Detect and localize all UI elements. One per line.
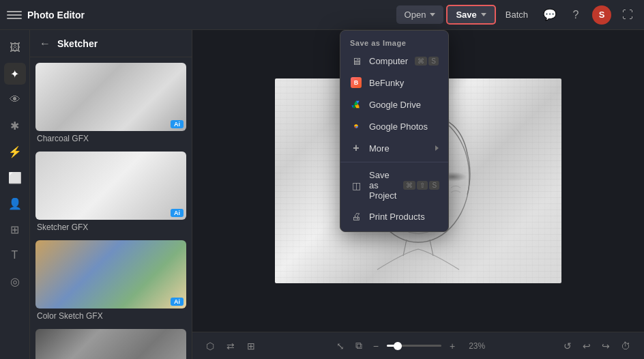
image-tool-button[interactable]: 🖼 [4,37,26,59]
text-tool-button[interactable]: T [4,244,26,266]
topbar-left: Photo Editor [7,8,391,23]
sketcher-thumbnail: Ai [35,152,186,220]
charcoal-label: Charcoal GFX [35,134,186,143]
people-tool-button[interactable]: 👤 [4,192,26,214]
back-button[interactable]: ← [38,36,52,51]
befunky-label: BeFunky [369,78,439,88]
main-area: 🖼 ✦ 👁 ✱ ⚡ ⬜ 👤 ⊞ T ◎ ← Sketcher Ai Charco… [0,30,644,359]
befunky-icon: B [350,76,362,89]
print-products-label: Print Products [369,212,439,222]
panel-header: ← Sketcher [30,30,192,57]
zoom-label: 23% [463,341,485,351]
open-chevron-icon [430,13,435,16]
zoom-out-icon[interactable]: − [370,338,381,354]
dropdown-divider [340,162,448,162]
undo-icon[interactable]: ↩ [580,338,594,354]
overlay-tool-button[interactable]: ⬜ [4,167,26,188]
batch-button[interactable]: Batch [499,5,535,24]
list-item[interactable]: Ai Color Sketch GFX [35,240,186,321]
google-photos-icon [350,120,362,132]
google-photos-label: Google Photos [369,121,439,132]
project-icon: ◫ [350,180,362,192]
save-google-drive-item[interactable]: Google Drive [340,94,448,115]
tool-sidebar: 🖼 ✦ 👁 ✱ ⚡ ⬜ 👤 ⊞ T ◎ [0,30,30,359]
bottom-bar: ⬡ ⇄ ⊞ ⤡ ⧉ − + 23% ↺ ↩ ↪ ⏱ [192,332,644,359]
more-arrow-icon [435,143,439,153]
ai-badge: Ai [171,209,184,217]
effects-panel: ← Sketcher Ai Charcoal GFX Ai Sketcher G… [30,30,192,359]
save-as-project-shortcut: ⌘⇧S [403,181,439,190]
help-icon-button[interactable]: ? [566,5,585,25]
ai-badge: Ai [171,298,184,306]
frame-tool-button[interactable]: ⊞ [4,218,26,240]
print-products-item[interactable]: 🖨 Print Products [340,205,448,227]
save-more-item[interactable]: + More [340,137,448,159]
history-icon[interactable]: ⇄ [224,338,237,354]
save-as-image-title: Save as Image [340,35,448,50]
more-icon: + [350,142,362,154]
sketcher-label: Sketcher GFX [35,222,186,232]
batch-label: Batch [506,10,528,20]
fit-icon[interactable]: ⤡ [334,338,347,354]
charcoal-thumbnail: Ai [35,63,186,131]
bottom-right: ↺ ↩ ↪ ⏱ [561,338,633,354]
open-button[interactable]: Open [396,5,444,24]
ai-badge: Ai [171,120,184,128]
google-drive-label: Google Drive [369,100,439,110]
app-title: Photo Editor [27,10,85,20]
chat-icon-button[interactable]: 💬 [540,5,559,25]
cross-hatch-thumbnail: Ai [35,329,186,359]
topbar-center: Open Save Batch [396,5,535,25]
computer-icon: 🖥 [350,55,362,67]
clock-icon[interactable]: ⏱ [618,338,633,354]
brush-tool-button[interactable]: ✱ [4,115,26,137]
save-as-project-item[interactable]: ◫ Save as Project ⌘⇧S [340,165,448,205]
bottom-left: ⬡ ⇄ ⊞ [203,338,258,354]
open-label: Open [405,10,426,20]
magic-tool-button[interactable]: ⚡ [4,141,26,162]
list-item[interactable]: Ai Cross Hatch GFX [35,329,186,359]
avatar[interactable]: S [592,5,611,25]
save-dropdown-menu: Save as Image 🖥 Computer ⌘S B BeFunky Go… [340,30,449,232]
sticker-tool-button[interactable]: ◎ [4,270,26,292]
panel-content: Ai Charcoal GFX Ai Sketcher GFX Ai Color… [30,57,192,359]
computer-label: Computer [369,56,408,66]
color-sketch-label: Color Sketch GFX [35,311,186,321]
layers-icon[interactable]: ⬡ [203,338,217,354]
panel-title: Sketcher [57,38,98,49]
google-drive-icon [350,98,362,111]
save-computer-item[interactable]: 🖥 Computer ⌘S [340,50,448,72]
eye-tool-button[interactable]: 👁 [4,89,26,111]
zoom-slider[interactable] [387,345,441,347]
save-label: Save [456,10,476,20]
save-button[interactable]: Save [446,5,495,25]
save-befunky-item[interactable]: B BeFunky [340,72,448,94]
list-item[interactable]: Ai Sketcher GFX [35,152,186,232]
computer-shortcut: ⌘S [415,57,439,66]
bottom-center: ⤡ ⧉ − + 23% [334,337,485,354]
zoom-in-icon[interactable]: + [447,338,458,354]
print-icon: 🖨 [350,210,362,222]
refresh-icon[interactable]: ↺ [561,338,574,354]
more-label: More [369,143,428,154]
color-sketch-thumbnail: Ai [35,240,186,308]
effects-tool-button[interactable]: ✦ [4,63,26,85]
topbar-right: 💬 ? S ⛶ [540,5,637,25]
save-chevron-icon [481,13,486,16]
befunky-logo: B [351,77,362,88]
save-as-project-label: Save as Project [369,170,396,201]
list-item[interactable]: Ai Charcoal GFX [35,63,186,143]
topbar: Photo Editor Open Save Batch 💬 ? S ⛶ [0,0,644,30]
redo-icon[interactable]: ↪ [599,338,613,354]
save-google-photos-item[interactable]: Google Photos [340,115,448,137]
grid-icon[interactable]: ⊞ [244,338,258,354]
menu-icon[interactable] [7,8,22,23]
expand-icon-button[interactable]: ⛶ [618,5,637,25]
crop-icon[interactable]: ⧉ [353,337,365,354]
zoom-thumb [394,342,402,350]
